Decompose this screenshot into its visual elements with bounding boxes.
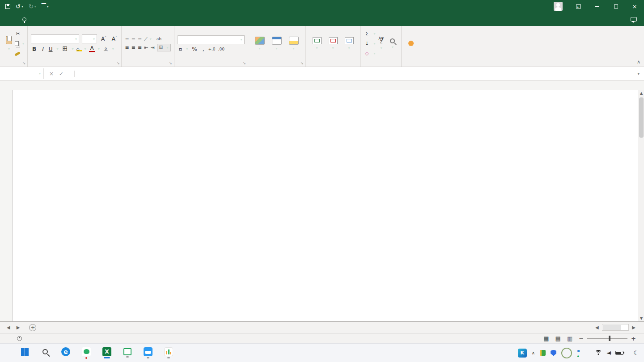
autosum-button[interactable]: Σ▾ — [364, 29, 376, 38]
addins-button[interactable] — [405, 28, 417, 59]
decrease-indent-icon[interactable]: ⇤ — [144, 45, 148, 51]
phonetic-button[interactable]: 文 — [102, 46, 110, 52]
font-color-button[interactable]: A — [89, 46, 95, 52]
confirm-entry-icon[interactable]: ✓ — [59, 71, 64, 77]
close-button[interactable]: × — [625, 0, 644, 13]
taskbar-wechat-button[interactable] — [80, 346, 92, 360]
taskbar-snip-button[interactable] — [122, 346, 133, 360]
media-app-icon[interactable]: K — [518, 349, 527, 358]
accessibility-status[interactable] — [17, 336, 24, 341]
cancel-entry-icon[interactable]: × — [49, 71, 54, 77]
hscroll-right-icon[interactable]: ▶ — [629, 325, 639, 330]
dialog-launcher-icon[interactable]: ↘ — [243, 61, 246, 65]
hscroll-thumb[interactable] — [603, 325, 621, 330]
italic-button[interactable]: I — [40, 46, 45, 52]
insert-cells-button[interactable]: ▾ — [309, 28, 325, 59]
increase-indent-icon[interactable]: ⇥ — [150, 45, 154, 51]
save-button[interactable] — [5, 4, 10, 9]
new-sheet-button[interactable]: + — [29, 324, 36, 331]
volume-icon[interactable]: ◄) — [607, 350, 611, 356]
format-as-table-button[interactable]: ▾ — [268, 28, 285, 59]
taskbar-edge-button[interactable]: e — [60, 346, 72, 360]
vertical-scrollbar[interactable]: ▲ ▼ — [638, 90, 644, 321]
cell-styles-button[interactable]: ▾ — [285, 28, 302, 59]
zoom-out-button[interactable]: − — [579, 335, 584, 342]
fill-button[interactable]: ↓▾ — [364, 39, 376, 48]
taskbar-excel-button[interactable]: X — [101, 346, 113, 360]
comma-button[interactable]: , — [201, 46, 206, 52]
horizontal-scrollbar[interactable]: ◀ ▶ — [592, 324, 639, 331]
borders-button[interactable]: 田 — [61, 45, 69, 53]
clear-button[interactable]: ◇▾ — [364, 49, 376, 58]
avatar[interactable] — [554, 2, 563, 11]
increase-decimal-button[interactable]: +.0 — [208, 47, 215, 51]
accounting-format-button[interactable]: ¤ — [178, 46, 184, 52]
comments-button[interactable] — [631, 13, 637, 26]
align-left-icon[interactable]: ≡ — [125, 45, 128, 51]
battery-score-badge[interactable] — [561, 348, 572, 358]
paste-button[interactable]: ▾ — [3, 28, 15, 59]
battery-icon[interactable] — [615, 351, 623, 355]
page-layout-view-button[interactable]: ▤ — [555, 335, 561, 342]
expand-formula-bar-icon[interactable]: ▾ — [634, 72, 643, 76]
vscroll-thumb[interactable] — [639, 97, 644, 138]
ribbon-display-options-button[interactable] — [569, 0, 588, 13]
zoom-slider-thumb[interactable] — [609, 336, 610, 341]
tray-expand-icon[interactable]: ∧ — [532, 350, 535, 355]
align-top-icon[interactable]: ≡ — [125, 36, 128, 42]
percent-button[interactable]: % — [191, 46, 198, 52]
maximize-button[interactable] — [606, 0, 625, 13]
align-middle-icon[interactable]: ≡ — [131, 36, 135, 42]
normal-view-button[interactable]: ▦ — [543, 335, 549, 342]
sheet-nav-left-icon[interactable]: ◀ — [4, 325, 13, 330]
align-center-icon[interactable]: ≡ — [131, 45, 135, 51]
page-break-view-button[interactable]: ▥ — [567, 335, 572, 342]
orientation-icon[interactable]: ⟋ — [144, 36, 147, 42]
hscroll-left-icon[interactable]: ◀ — [592, 325, 602, 330]
conditional-formatting-button[interactable]: ▾ — [251, 28, 268, 59]
format-painter-button[interactable] — [15, 49, 24, 58]
sheet-nav-right-icon[interactable]: ▶ — [13, 325, 23, 330]
zoom-in-button[interactable]: + — [631, 335, 636, 342]
merge-center-button[interactable]: 田▾ — [157, 44, 171, 51]
shield-icon[interactable] — [551, 350, 556, 356]
name-box[interactable]: ▾ — [1, 68, 44, 79]
taskbar-cloud-app-button[interactable] — [142, 346, 154, 360]
taskbar-search-button[interactable] — [39, 346, 51, 360]
format-cells-button[interactable]: ▾ — [341, 28, 357, 59]
delete-cells-button[interactable]: ▾ — [325, 28, 341, 59]
align-right-icon[interactable]: ≡ — [138, 45, 141, 51]
scroll-up-icon[interactable]: ▲ — [640, 91, 643, 95]
redo-button[interactable]: ↻▾ — [29, 3, 36, 10]
number-format-combo[interactable]: ▾ — [178, 35, 245, 44]
dialog-launcher-icon[interactable]: ↘ — [301, 61, 304, 65]
qat-customize-button[interactable]: ▔▾ — [42, 3, 49, 10]
copy-button[interactable]: ▾ — [15, 39, 24, 48]
tray-green-app-icon[interactable] — [540, 350, 546, 356]
bold-button[interactable]: B — [31, 46, 38, 52]
formula-input[interactable] — [75, 68, 634, 79]
taskbar-chart-app-button[interactable] — [163, 346, 174, 360]
minimize-button[interactable] — [588, 0, 606, 13]
grow-font-button[interactable]: A˄ — [100, 36, 108, 42]
network-speed[interactable]: ▪ ▴ — [577, 348, 580, 358]
start-button[interactable] — [19, 346, 30, 360]
collapse-ribbon-icon[interactable]: ∧ — [637, 59, 640, 65]
shrink-font-button[interactable]: A˅ — [110, 36, 119, 42]
dialog-launcher-icon[interactable]: ↘ — [169, 61, 172, 65]
font-name-combo[interactable]: ▾ — [31, 34, 79, 43]
wrap-text-button[interactable]: ab — [154, 36, 165, 42]
tell-me-search[interactable] — [22, 13, 30, 26]
wifi-icon[interactable] — [595, 350, 602, 356]
cut-button[interactable]: ✂ — [15, 29, 24, 38]
dialog-launcher-icon[interactable]: ↘ — [117, 61, 120, 65]
undo-button[interactable]: ↺▾ — [16, 3, 23, 10]
zoom-slider[interactable] — [587, 338, 627, 339]
dialog-launcher-icon[interactable]: ↘ — [22, 61, 25, 65]
scroll-down-icon[interactable]: ▼ — [640, 316, 643, 320]
align-bottom-icon[interactable]: ≡ — [138, 36, 141, 42]
sort-filter-button[interactable]: A▼Z ▾ — [376, 28, 387, 59]
find-select-button[interactable]: ▾ — [387, 28, 398, 59]
night-mode-icon[interactable]: ☾ — [633, 349, 639, 356]
font-size-combo[interactable]: ▾ — [82, 34, 97, 43]
